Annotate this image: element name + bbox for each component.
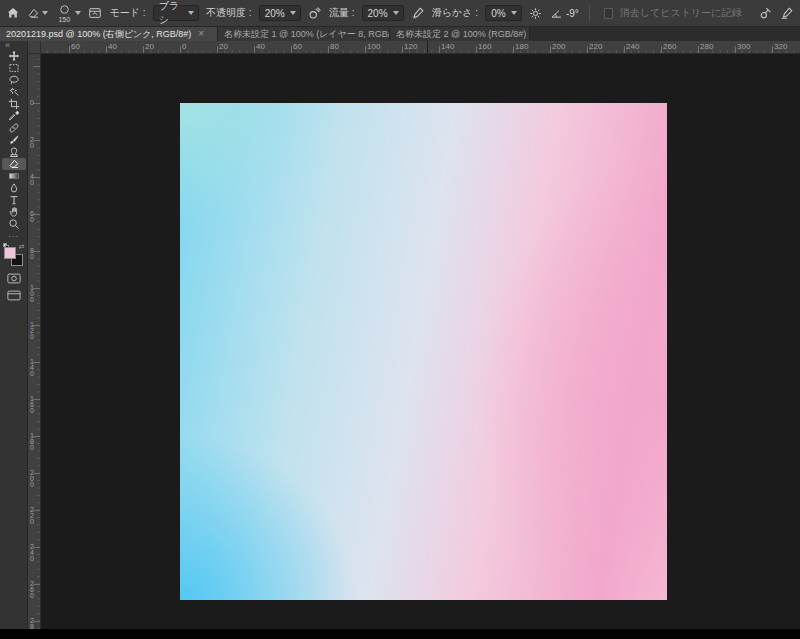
clone-stamp-icon xyxy=(8,146,20,158)
ruler-label: 160 xyxy=(478,42,491,51)
foreground-color-swatch[interactable] xyxy=(4,247,16,259)
crop-icon xyxy=(8,98,20,110)
healing-brush-tool[interactable] xyxy=(2,122,26,134)
zoom-tool[interactable] xyxy=(2,218,26,230)
ruler-label: 40 xyxy=(256,42,265,51)
document-tab-3[interactable]: 名称未設定 2 @ 100% (RGB/8#) * × xyxy=(390,27,530,41)
brush-angle-value: -9° xyxy=(566,8,579,19)
opacity-value: 20% xyxy=(265,8,285,19)
canvas-image[interactable] xyxy=(180,103,667,600)
ruler-pointer-marker xyxy=(427,41,428,54)
brush-angle-control[interactable]: -9° xyxy=(550,7,579,20)
blur-tool[interactable] xyxy=(2,182,26,194)
move-icon xyxy=(8,50,20,62)
vertical-ruler[interactable]: 020406080100120140160180200220240260280 xyxy=(28,54,41,629)
chevron-down-icon xyxy=(42,11,48,15)
ruler-label: 20 xyxy=(145,42,154,51)
screen-mode-button[interactable] xyxy=(2,288,26,302)
eraser-icon xyxy=(8,158,20,170)
quick-mask-icon xyxy=(7,273,21,284)
color-swatches: ⇄ xyxy=(3,243,25,268)
flow-label: 流量 : xyxy=(329,6,355,20)
erase-to-history-checkbox[interactable] xyxy=(604,8,613,19)
hand-icon xyxy=(8,206,20,218)
airbrush-icon[interactable] xyxy=(411,3,425,23)
ruler-label: 200 xyxy=(552,42,565,51)
swap-colors-icon[interactable]: ⇄ xyxy=(19,243,25,250)
mode-select[interactable]: ブラシ xyxy=(153,5,199,21)
opacity-label: 不透明度 : xyxy=(206,6,252,20)
pressure-opacity-icon[interactable] xyxy=(308,3,322,23)
brush-icon xyxy=(8,134,20,146)
quick-mask-button[interactable] xyxy=(2,271,26,285)
tool-preset-picker[interactable] xyxy=(27,7,48,20)
home-icon[interactable] xyxy=(6,3,20,23)
brush-tool[interactable] xyxy=(2,134,26,146)
photoshop-window: 150 モード : ブラシ 不透明度 : 20% 流量 : 20% xyxy=(0,0,800,639)
magic-wand-tool[interactable] xyxy=(2,86,26,98)
ruler-label: 140 xyxy=(30,359,34,377)
ruler-label: 160 xyxy=(30,396,34,414)
pressure-size-icon[interactable] xyxy=(758,3,772,23)
hand-tool[interactable] xyxy=(2,206,26,218)
ruler-label: 80 xyxy=(330,42,339,51)
toggle-brush-settings-icon[interactable] xyxy=(88,3,102,23)
ruler-label: 260 xyxy=(30,581,34,599)
window-bottom-strip xyxy=(0,629,800,639)
gear-icon[interactable] xyxy=(529,3,543,23)
smoothing-value: 0% xyxy=(491,8,505,19)
ruler-origin-corner[interactable] xyxy=(28,41,41,54)
document-tab-1[interactable]: 20201219.psd @ 100% (右側ピンク, RGB/8#) × xyxy=(0,27,218,41)
chevron-down-icon xyxy=(290,11,296,15)
type-tool[interactable] xyxy=(2,194,26,206)
magic-wand-icon xyxy=(8,86,20,98)
ruler-label: 40 xyxy=(108,42,117,51)
document-tab-2[interactable]: 名称未設定 1 @ 100% (レイヤー 8, RGB/8#) * × xyxy=(218,27,390,41)
options-divider xyxy=(589,4,590,22)
flow-select[interactable]: 20% xyxy=(362,5,404,21)
tablet-pressure-icon[interactable] xyxy=(780,3,794,23)
gradient-icon xyxy=(8,170,20,182)
chevron-down-icon xyxy=(75,11,81,15)
brush-tip-icon xyxy=(59,4,70,15)
eyedropper-tool[interactable] xyxy=(2,110,26,122)
ruler-label: 20 xyxy=(219,42,228,51)
clone-stamp-tool[interactable] xyxy=(2,146,26,158)
ruler-label: 260 xyxy=(663,42,676,51)
ruler-label: 140 xyxy=(441,42,454,51)
eraser-preset-icon xyxy=(27,7,40,20)
tab-close-button[interactable]: × xyxy=(198,29,204,39)
ruler-label: 300 xyxy=(737,42,750,51)
tab-title: 名称未設定 2 @ 100% (RGB/8#) * xyxy=(396,28,530,41)
type-icon xyxy=(8,194,20,206)
lasso-tool[interactable] xyxy=(2,74,26,86)
ruler-label: 120 xyxy=(404,42,417,51)
marquee-icon xyxy=(8,62,20,74)
eraser-tool[interactable] xyxy=(2,158,26,170)
ruler-label: 180 xyxy=(30,433,34,451)
smoothing-select[interactable]: 0% xyxy=(485,5,521,21)
brush-preset-picker[interactable]: 150 xyxy=(55,4,81,23)
chevron-down-icon xyxy=(511,11,517,15)
mode-label: モード : xyxy=(110,6,146,20)
canvas-pasteboard[interactable] xyxy=(41,54,800,629)
move-tool[interactable] xyxy=(2,50,26,62)
tab-title: 名称未設定 1 @ 100% (レイヤー 8, RGB/8#) * xyxy=(224,28,390,41)
opacity-select[interactable]: 20% xyxy=(259,5,301,21)
ruler-label: 40 xyxy=(30,174,34,186)
ruler-label: 100 xyxy=(367,42,380,51)
ruler-label: 200 xyxy=(30,470,34,488)
ruler-label: 20 xyxy=(30,137,34,149)
gradient-tool[interactable] xyxy=(2,170,26,182)
ruler-label: 80 xyxy=(30,248,34,260)
crop-tool[interactable] xyxy=(2,98,26,110)
lasso-icon xyxy=(8,74,20,86)
ruler-label: 0 xyxy=(182,42,186,51)
options-bar: 150 モード : ブラシ 不透明度 : 20% 流量 : 20% xyxy=(0,0,800,27)
ruler-label: 280 xyxy=(30,618,34,629)
horizontal-ruler[interactable]: 6040200204060801001201401601802002202402… xyxy=(41,41,800,54)
edit-toolbar-ellipsis[interactable]: ··· xyxy=(8,232,19,241)
marquee-tool[interactable] xyxy=(2,62,26,74)
toolbar-collapse-icon[interactable]: « xyxy=(0,41,10,50)
ruler-label: 320 xyxy=(774,42,787,51)
